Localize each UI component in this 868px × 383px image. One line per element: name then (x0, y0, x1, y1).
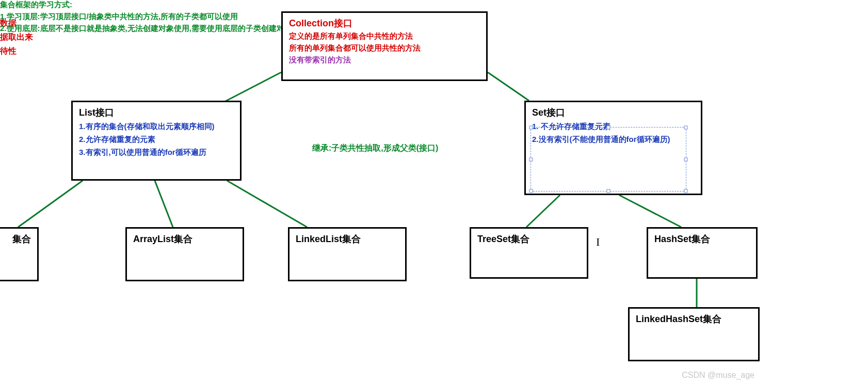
collection-line1: 定义的是所有单列集合中共性的方法 (289, 31, 480, 41)
svg-line-3 (155, 181, 173, 227)
collection-title: Collection接口 (289, 17, 480, 29)
study-notes: 集合框架的学习方式: 1.学习顶层:学习顶层接口/抽象类中共性的方法,所有的子类… (0, 0, 330, 34)
hashset-box: HashSet集合 (647, 227, 758, 279)
linkedhashset-box: LinkedHashSet集合 (628, 307, 760, 361)
linkedlist-box: LinkedList集合 (288, 227, 407, 281)
collection-line2: 所有的单列集合都可以使用共性的方法 (289, 43, 480, 53)
svg-line-0 (224, 72, 281, 102)
list-box: List接口 1.有序的集合(存储和取出元素顺序相同) 2.允许存储重复的元素 … (71, 101, 242, 181)
list-line1: 1.有序的集合(存储和取出元素顺序相同) (79, 122, 234, 132)
svg-line-5 (526, 195, 560, 227)
collection-line3: 没有带索引的方法 (289, 55, 480, 65)
treeset-box: TreeSet集合 (470, 227, 588, 279)
inherit-note: 继承:子类共性抽取,形成父类(接口) (312, 143, 438, 154)
study-notes-title: 集合框架的学习方式: (0, 0, 330, 10)
hashset-title: HashSet集合 (654, 233, 750, 245)
list-line2: 2.允许存储重复的元素 (79, 135, 234, 145)
treeset-title: TreeSet集合 (477, 233, 581, 245)
linkedhashset-title: LinkedHashSet集合 (636, 313, 752, 325)
vector-box: 集合 (0, 227, 39, 281)
linkedlist-title: LinkedList集合 (296, 233, 399, 245)
svg-line-2 (18, 181, 83, 227)
arraylist-box: ArrayList集合 (125, 227, 244, 281)
svg-line-4 (227, 181, 307, 227)
set-title: Set接口 (532, 106, 695, 119)
study-notes-line2: 2.使用底层:底层不是接口就是抽象类,无法创建对象使用,需要使用底层的子类创建对… (0, 24, 330, 34)
fragment-text-3: 待性 (0, 46, 17, 57)
svg-line-6 (619, 195, 681, 227)
svg-line-1 (488, 72, 529, 101)
list-title: List接口 (79, 106, 234, 119)
study-notes-line1: 1.学习顶层:学习顶层接口/抽象类中共性的方法,所有的子类都可以使用 (0, 12, 330, 22)
text-cursor-icon: I (596, 235, 600, 249)
selection-overlay[interactable] (531, 127, 686, 191)
collection-box: Collection接口 定义的是所有单列集合中共性的方法 所有的单列集合都可以… (281, 11, 488, 81)
watermark: CSDN @muse_age (682, 371, 754, 380)
vector-title: 集合 (0, 233, 31, 245)
list-line3: 3.有索引,可以使用普通的for循环遍历 (79, 148, 234, 157)
arraylist-title: ArrayList集合 (133, 233, 236, 245)
fragment-text-2: 据取出来 (0, 32, 33, 43)
